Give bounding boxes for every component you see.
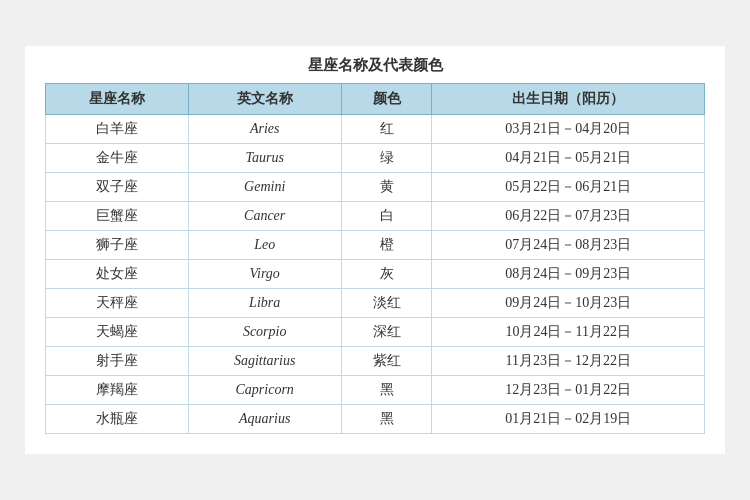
cell-date: 06月22日－07月23日 bbox=[432, 202, 705, 231]
cell-date: 10月24日－11月22日 bbox=[432, 318, 705, 347]
table-row: 摩羯座Capricorn黑12月23日－01月22日 bbox=[46, 376, 705, 405]
cell-chinese-name: 水瓶座 bbox=[46, 405, 189, 434]
table-row: 狮子座Leo橙07月24日－08月23日 bbox=[46, 231, 705, 260]
cell-english-name: Gemini bbox=[188, 173, 341, 202]
col-header-english: 英文名称 bbox=[188, 84, 341, 115]
zodiac-table: 星座名称 英文名称 颜色 出生日期（阳历） 白羊座Aries红03月21日－04… bbox=[45, 83, 705, 434]
cell-color: 灰 bbox=[341, 260, 432, 289]
cell-english-name: Scorpio bbox=[188, 318, 341, 347]
cell-english-name: Libra bbox=[188, 289, 341, 318]
cell-english-name: Capricorn bbox=[188, 376, 341, 405]
cell-chinese-name: 双子座 bbox=[46, 173, 189, 202]
cell-english-name: Aries bbox=[188, 115, 341, 144]
cell-color: 淡红 bbox=[341, 289, 432, 318]
cell-chinese-name: 处女座 bbox=[46, 260, 189, 289]
table-row: 白羊座Aries红03月21日－04月20日 bbox=[46, 115, 705, 144]
cell-color: 黑 bbox=[341, 376, 432, 405]
cell-date: 11月23日－12月22日 bbox=[432, 347, 705, 376]
cell-date: 09月24日－10月23日 bbox=[432, 289, 705, 318]
table-row: 天秤座Libra淡红09月24日－10月23日 bbox=[46, 289, 705, 318]
cell-chinese-name: 巨蟹座 bbox=[46, 202, 189, 231]
cell-english-name: Sagittarius bbox=[188, 347, 341, 376]
cell-date: 01月21日－02月19日 bbox=[432, 405, 705, 434]
cell-chinese-name: 白羊座 bbox=[46, 115, 189, 144]
table-row: 天蝎座Scorpio深红10月24日－11月22日 bbox=[46, 318, 705, 347]
cell-date: 04月21日－05月21日 bbox=[432, 144, 705, 173]
table-row: 双子座Gemini黄05月22日－06月21日 bbox=[46, 173, 705, 202]
cell-color: 黑 bbox=[341, 405, 432, 434]
cell-date: 07月24日－08月23日 bbox=[432, 231, 705, 260]
cell-chinese-name: 天蝎座 bbox=[46, 318, 189, 347]
cell-chinese-name: 天秤座 bbox=[46, 289, 189, 318]
cell-chinese-name: 射手座 bbox=[46, 347, 189, 376]
cell-color: 白 bbox=[341, 202, 432, 231]
cell-english-name: Virgo bbox=[188, 260, 341, 289]
cell-chinese-name: 摩羯座 bbox=[46, 376, 189, 405]
cell-english-name: Taurus bbox=[188, 144, 341, 173]
cell-english-name: Cancer bbox=[188, 202, 341, 231]
cell-color: 橙 bbox=[341, 231, 432, 260]
cell-date: 08月24日－09月23日 bbox=[432, 260, 705, 289]
cell-chinese-name: 狮子座 bbox=[46, 231, 189, 260]
col-header-color: 颜色 bbox=[341, 84, 432, 115]
table-row: 处女座Virgo灰08月24日－09月23日 bbox=[46, 260, 705, 289]
table-row: 水瓶座Aquarius黑01月21日－02月19日 bbox=[46, 405, 705, 434]
table-row: 巨蟹座Cancer白06月22日－07月23日 bbox=[46, 202, 705, 231]
cell-color: 红 bbox=[341, 115, 432, 144]
table-row: 金牛座Taurus绿04月21日－05月21日 bbox=[46, 144, 705, 173]
cell-date: 12月23日－01月22日 bbox=[432, 376, 705, 405]
cell-english-name: Aquarius bbox=[188, 405, 341, 434]
page-title: 星座名称及代表颜色 bbox=[45, 56, 705, 75]
cell-color: 深红 bbox=[341, 318, 432, 347]
cell-english-name: Leo bbox=[188, 231, 341, 260]
col-header-date: 出生日期（阳历） bbox=[432, 84, 705, 115]
cell-color: 绿 bbox=[341, 144, 432, 173]
table-row: 射手座Sagittarius紫红11月23日－12月22日 bbox=[46, 347, 705, 376]
col-header-chinese: 星座名称 bbox=[46, 84, 189, 115]
cell-color: 紫红 bbox=[341, 347, 432, 376]
main-container: 星座名称及代表颜色 星座名称 英文名称 颜色 出生日期（阳历） 白羊座Aries… bbox=[25, 46, 725, 454]
cell-date: 05月22日－06月21日 bbox=[432, 173, 705, 202]
cell-color: 黄 bbox=[341, 173, 432, 202]
cell-date: 03月21日－04月20日 bbox=[432, 115, 705, 144]
table-header-row: 星座名称 英文名称 颜色 出生日期（阳历） bbox=[46, 84, 705, 115]
cell-chinese-name: 金牛座 bbox=[46, 144, 189, 173]
